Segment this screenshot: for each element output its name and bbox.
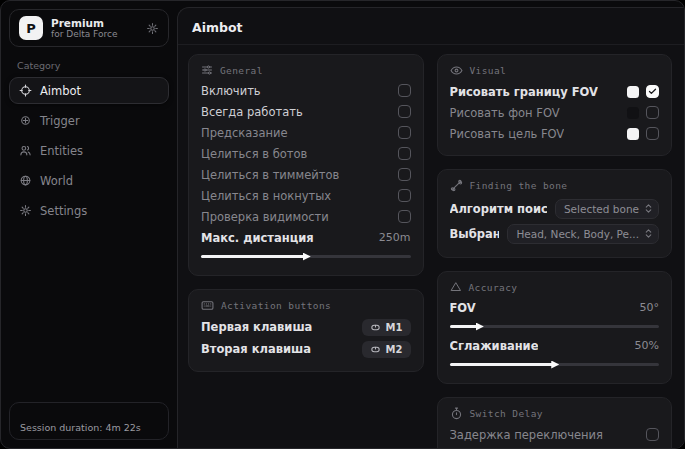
setting-label: Задержка переключения [450,428,603,442]
sidebar-item-label: Settings [40,204,87,218]
setting-label: Проверка видимости [201,210,329,224]
sidebar-item-world[interactable]: World [9,167,169,194]
setting-row: Целиться в нокнутых [201,185,411,206]
keybind-button[interactable]: M2 [362,341,411,358]
trigger-icon [19,114,32,127]
checkbox[interactable] [398,147,411,160]
setting-label: Целиться в тиммейтов [201,168,339,182]
setting-label: Включить [201,84,261,98]
color-swatch[interactable] [627,128,639,140]
keybind-value: M2 [386,344,403,355]
color-swatch[interactable] [627,86,639,98]
checkbox[interactable] [398,126,411,139]
sidebar-item-label: Trigger [40,114,80,128]
panel-title: Activation buttons [221,300,331,311]
slider-label: FOV [450,301,476,315]
max-distance-slider[interactable] [201,252,411,261]
brand-card: P Premium for Delta Force [9,9,169,47]
panel-title: Finding the bone [470,180,568,191]
setting-row: Целиться в тиммейтов [201,164,411,185]
setting-row: Проверка видимости [201,206,411,227]
settings-gear-icon [19,204,32,217]
visual-row: Рисовать границу FOV [450,81,660,102]
select-value: Selected bone [564,203,639,215]
setting-row: Предсказание [201,122,411,143]
gear-icon[interactable] [146,22,159,35]
panel-title: Switch Delay [470,408,543,419]
setting-row: Включить [201,80,411,101]
slider-thumb[interactable] [551,361,559,369]
panel-title: Visual [470,65,507,76]
main-area: Aimbot General Включить [177,7,684,448]
slider-label: Макс. дистанция [201,231,314,245]
slider-label: Сглаживание [450,339,539,353]
keybind-label: Вторая клавиша [201,342,311,356]
bone-algorithm-select[interactable]: Selected bone [555,199,659,219]
checkbox[interactable] [398,84,411,97]
bone-label: Алгоритм поиска кост [450,202,547,216]
mouse-icon [370,344,381,355]
keybind-value: M1 [386,322,403,333]
sidebar-item-entities[interactable]: Entities [9,137,169,164]
panel-title: General [220,65,263,76]
visual-label: Рисовать границу FOV [450,85,598,99]
visual-row: Рисовать фон FOV [450,102,660,123]
slider-thumb[interactable] [303,253,311,261]
bone-icon [450,179,463,192]
keybind-row: Вторая клавиша M2 [201,338,411,360]
color-swatch[interactable] [627,107,639,119]
bone-label: Выбранные кос [450,227,500,241]
panel-accuracy: Accuracy FOV 50° Сглаживание 50% [437,271,673,384]
slider-value: 250m [379,231,411,244]
sidebar: P Premium for Delta Force Category Aimbo… [1,1,177,448]
slider-thumb[interactable] [476,323,484,331]
selected-bones-select[interactable]: Head, Neck, Body, Pe... [507,224,659,244]
setting-row: Всегда работать [201,101,411,122]
category-label: Category [17,60,169,71]
checkbox[interactable] [398,210,411,223]
fov-slider[interactable] [450,322,660,331]
main-header: Aimbot [178,8,684,45]
triangle-icon [450,281,462,293]
setting-label: Предсказание [201,126,288,140]
panel-switch-delay: Switch Delay Задержка переключения Задер… [437,397,673,448]
visual-row: Рисовать цель FOV [450,123,660,144]
checkbox[interactable] [646,428,659,441]
slider-label-row: Задержка переключения (мс) 1000 ms [450,445,660,448]
keybind-label: Первая клавиша [201,320,312,334]
mouse-icon [370,322,381,333]
slider-label-row: Макс. дистанция 250m [201,227,411,248]
sidebar-item-label: Entities [40,144,83,158]
panel-activation-buttons: Activation buttons Первая клавиша M1 Вто… [188,289,424,372]
sidebar-item-trigger[interactable]: Trigger [9,107,169,134]
checkbox[interactable] [398,189,411,202]
crosshair-icon [19,84,32,97]
select-value: Head, Neck, Body, Pe... [516,228,639,240]
page-title: Aimbot [192,20,670,35]
session-duration-text: Session duration: 4m 22s [20,422,141,433]
globe-icon [19,174,32,187]
bone-row: Выбранные кос Head, Neck, Body, Pe... [450,221,660,246]
visual-label: Рисовать фон FOV [450,106,560,120]
chevrons-up-down-icon [643,228,654,239]
session-card: Session duration: 4m 22s [9,402,169,440]
sidebar-item-settings[interactable]: Settings [9,197,169,224]
right-column: Visual Рисовать границу FOV Рисовать фон… [437,54,673,448]
sidebar-item-label: World [40,174,73,188]
smoothing-slider[interactable] [450,360,660,369]
checkbox[interactable] [398,105,411,118]
slider-label-row: FOV 50° [450,297,660,318]
checkbox[interactable] [646,85,659,98]
checkbox[interactable] [398,168,411,181]
sidebar-item-label: Aimbot [40,84,81,98]
setting-label: Целиться в нокнутых [201,189,331,203]
keybind-button[interactable]: M1 [362,319,411,336]
checkbox[interactable] [646,106,659,119]
checkbox[interactable] [646,127,659,140]
keyboard-icon [201,299,214,312]
sidebar-item-aimbot[interactable]: Aimbot [9,77,169,104]
panel-visual: Visual Рисовать границу FOV Рисовать фон… [437,54,673,156]
panel-title: Accuracy [469,282,518,293]
visual-label: Рисовать цель FOV [450,127,565,141]
brand-subtitle: for Delta Force [51,29,117,39]
